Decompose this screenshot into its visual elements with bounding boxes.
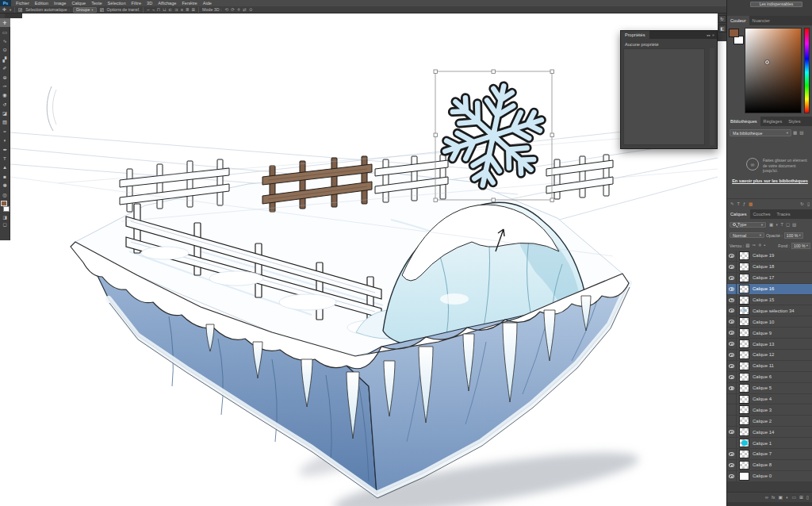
layer-row[interactable]: Calque 12 — [727, 350, 812, 361]
layer-thumbnail[interactable] — [739, 450, 749, 458]
3d-slide-icon[interactable]: ⇄ — [243, 6, 247, 13]
auto-select-checkbox[interactable]: ✓ — [18, 8, 22, 12]
menu-calque[interactable]: Calque — [71, 0, 86, 6]
pen-tool[interactable]: ✒ — [0, 144, 10, 153]
zoom-tool[interactable]: ◎ — [0, 190, 10, 198]
layer-thumbnail[interactable] — [739, 285, 749, 293]
visibility-eye-icon[interactable] — [727, 273, 737, 283]
gradient-tool[interactable]: ▨ — [0, 117, 10, 126]
layer-thumbnail[interactable] — [739, 439, 749, 447]
distribute-bottom-icon[interactable]: ⊞ — [191, 6, 195, 13]
eyedropper-tool[interactable]: ✐ — [0, 63, 10, 72]
visibility-eye-icon[interactable] — [727, 262, 737, 272]
foreground-color-swatch[interactable] — [729, 29, 739, 37]
distribute-vertical-icon[interactable]: ≣ — [186, 6, 190, 13]
properties-scrollbar[interactable] — [710, 48, 714, 145]
layer-thumbnail[interactable] — [739, 296, 749, 305]
canvas[interactable] — [10, 13, 718, 506]
layer-row[interactable]: Calque 7 — [727, 449, 812, 460]
background-color-swatch[interactable] — [3, 206, 10, 212]
visibility-eye-icon[interactable] — [727, 339, 737, 349]
add-character-style-icon[interactable]: T — [737, 201, 740, 208]
layer-row[interactable]: Calque 17 — [727, 273, 812, 284]
add-color-icon[interactable]: ▩ — [749, 201, 753, 208]
layer-row[interactable]: Calque 18 — [727, 262, 812, 273]
3d-scale-icon[interactable]: ⊙ — [249, 6, 253, 13]
canvas-area[interactable] — [0, 240, 10, 506]
visibility-toggle-empty[interactable] — [727, 404, 737, 415]
menu-filtre[interactable]: Filtre — [132, 0, 141, 6]
rectangular-marquee-tool[interactable]: ▭ — [0, 27, 10, 36]
layer-thumbnail[interactable] — [739, 427, 749, 436]
layer-row[interactable]: Calque 8 — [727, 460, 812, 471]
visibility-eye-icon[interactable] — [727, 383, 737, 393]
align-right-edges-icon[interactable]: ⊐ — [174, 6, 178, 13]
visibility-toggle-empty[interactable] — [727, 394, 737, 404]
tab-proprietes[interactable]: Propriétés — [621, 31, 649, 39]
layer-row[interactable]: Calque 2 — [727, 416, 812, 427]
visibility-eye-icon[interactable] — [727, 449, 737, 459]
add-graphic-icon[interactable]: ✎ — [730, 201, 734, 208]
layer-thumbnail[interactable] — [739, 405, 749, 414]
tab-bibliothèques[interactable]: Bibliothèques — [727, 117, 760, 126]
tab-tracés[interactable]: Tracés — [774, 209, 794, 219]
library-select[interactable]: Ma bibliothèque ▾ — [730, 129, 791, 136]
layer-row[interactable]: Calque 19 — [727, 251, 812, 262]
layer-row[interactable]: Calque 11 — [727, 361, 812, 372]
layer-thumbnail[interactable] — [739, 251, 749, 260]
menu-aide[interactable]: Aide — [203, 0, 212, 6]
layer-thumbnail[interactable] — [739, 274, 749, 282]
tab-styles[interactable]: Styles — [785, 117, 803, 126]
layer-row[interactable]: Calque 0 — [727, 471, 812, 482]
lasso-tool[interactable]: ∿ — [0, 36, 10, 45]
layer-thumbnail[interactable] — [739, 395, 749, 404]
transform-options-checkbox[interactable]: ✓ — [100, 8, 104, 12]
layer-thumbnail[interactable] — [739, 416, 749, 425]
layer-thumbnail[interactable] — [739, 328, 749, 337]
link-layers-icon[interactable]: ∞ — [765, 494, 768, 501]
layer-row[interactable]: ❄Calque sélection 34 — [727, 305, 812, 316]
menu-sélection[interactable]: Sélection — [108, 0, 126, 6]
layer-row[interactable]: Calque 15 — [727, 295, 812, 306]
tab-réglages[interactable]: Réglages — [760, 117, 786, 126]
current-tool-icon[interactable]: ✛ — [2, 6, 6, 13]
quick-mask-button[interactable]: ◨ — [0, 214, 10, 221]
layer-thumbnail[interactable] — [739, 317, 749, 326]
visibility-eye-icon[interactable] — [727, 361, 737, 371]
canvas-area[interactable] — [718, 41, 726, 506]
adjustment-layer-icon[interactable]: ◐ — [786, 494, 789, 501]
crop-tool[interactable]: ▞ — [0, 55, 10, 63]
panel-menu-icon[interactable]: ≡ — [712, 33, 714, 37]
visibility-eye-icon[interactable] — [727, 372, 737, 382]
auto-select-target-select[interactable]: Groupe ▾ — [73, 7, 97, 13]
swatches-panel-icon[interactable]: ◧ — [718, 25, 726, 33]
clone-stamp-tool[interactable]: ◉ — [0, 90, 10, 99]
shape-tool[interactable]: ■ — [0, 172, 10, 181]
sync-icon[interactable]: ↻ — [800, 201, 804, 208]
layer-style-icon[interactable]: fx — [772, 494, 776, 501]
3d-roll-icon[interactable]: ⟳ — [231, 6, 235, 13]
align-left-edges-icon[interactable]: ⊔ — [163, 6, 166, 13]
menu-edition[interactable]: Edition — [35, 0, 48, 6]
layer-thumbnail[interactable] — [739, 339, 749, 348]
filter-adjustment-layers-icon[interactable]: ◐ — [776, 221, 778, 228]
lock-pixels-icon[interactable]: ✑ — [752, 242, 756, 249]
filter-pixel-layers-icon[interactable]: ▣ — [769, 221, 773, 228]
visibility-eye-icon[interactable] — [727, 471, 737, 481]
hand-tool[interactable]: ✽ — [0, 181, 10, 190]
eraser-tool[interactable]: ◪ — [0, 109, 10, 117]
menu-image[interactable]: Image — [54, 0, 67, 6]
tab-nuancier[interactable]: Nuancier — [749, 16, 773, 25]
layer-mask-icon[interactable]: ▣ — [778, 494, 782, 501]
align-horizontal-centers-icon[interactable]: ⊏ — [168, 6, 172, 13]
add-layer-style-icon[interactable]: ƒ — [743, 201, 745, 208]
menu-texte[interactable]: Texte — [91, 0, 102, 6]
dodge-tool[interactable]: ◗ — [0, 136, 10, 144]
fill-input[interactable]: 100 % ▾ — [791, 243, 810, 249]
layer-row[interactable]: Calque 9 — [727, 328, 812, 339]
align-bottom-edges-icon[interactable]: ⊓ — [157, 6, 160, 13]
align-top-edges-icon[interactable]: ⌐ — [147, 6, 149, 13]
distribute-top-icon[interactable]: ≡ — [181, 6, 183, 13]
visibility-eye-icon[interactable] — [727, 251, 737, 261]
layer-thumbnail[interactable] — [739, 472, 749, 481]
